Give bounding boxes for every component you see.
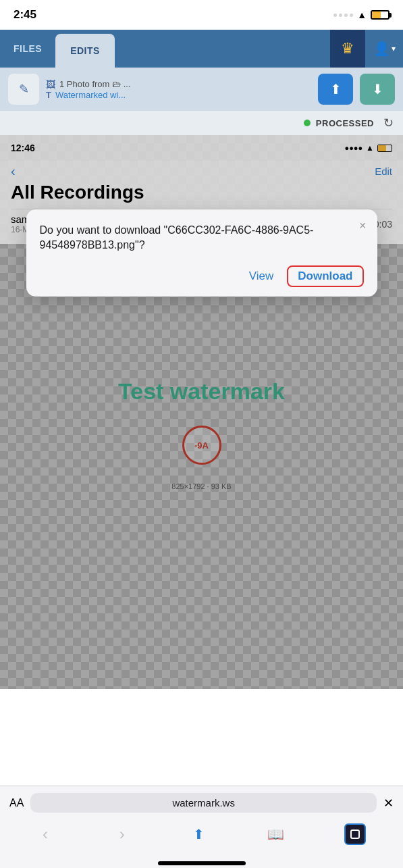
download-output-button[interactable]: ⬇	[360, 74, 395, 105]
battery-icon	[371, 10, 389, 20]
address-bar-row: AA watermark.ws ✕	[0, 786, 403, 819]
forward-navigation-button[interactable]: ›	[109, 822, 136, 846]
address-bar[interactable]: watermark.ws	[30, 793, 377, 813]
crown-button[interactable]: ♛	[330, 30, 365, 68]
status-icons: ▲	[333, 9, 389, 20]
download-output-icon: ⬇	[372, 81, 383, 97]
back-nav-icon: ‹	[43, 825, 48, 844]
share-button[interactable]: ⬆	[185, 822, 212, 846]
source-row: 🖼 1 Photo from 🗁 ...	[46, 79, 311, 90]
edit-button[interactable]: ✎	[8, 74, 39, 105]
profile-button[interactable]: 👤 ▾	[365, 30, 403, 68]
dialog-message: Do you want to download "C66CC302-FA6C-4…	[40, 223, 364, 253]
watermark-label: Watermarked wi...	[55, 90, 126, 100]
source-info: 🖼 1 Photo from 🗁 ... T Watermarked wi...	[46, 79, 311, 100]
share-icon: ⬆	[193, 826, 205, 842]
dialog-view-button[interactable]: View	[249, 270, 274, 283]
header-right: ♛ 👤 ▾	[330, 30, 403, 68]
app-header: FILES EDITS ♛ 👤 ▾	[0, 30, 403, 68]
refresh-button[interactable]: ↻	[383, 116, 394, 130]
safari-bottom-bar: AA watermark.ws ✕ ‹ › ⬆ 📖	[0, 786, 403, 868]
crown-icon: ♛	[341, 40, 354, 57]
bookmarks-button[interactable]: 📖	[262, 822, 289, 846]
toolbar: ✎ 🖼 1 Photo from 🗁 ... T Watermarked wi.…	[0, 68, 403, 111]
phone-content: 12:46 ●●●● ▲ ‹ Edit All Recordings sampl…	[0, 135, 403, 689]
processed-text: PROCESSED	[316, 118, 374, 128]
dialog-close-button[interactable]: ×	[359, 219, 367, 233]
tabs-icon	[344, 823, 366, 845]
output-button[interactable]: ⬆	[318, 74, 353, 105]
photo-icon: 🖼	[46, 79, 55, 90]
back-navigation-button[interactable]: ‹	[32, 822, 59, 846]
signal-icon	[333, 14, 353, 17]
profile-chevron: ▾	[392, 44, 396, 53]
output-icon: ⬆	[330, 81, 342, 97]
source-label: 1 Photo from 🗁 ...	[59, 79, 131, 89]
dialog-box: × Do you want to download "C66CC302-FA6C…	[26, 209, 377, 297]
safari-toolbar: ‹ › ⬆ 📖	[0, 819, 403, 857]
aa-button[interactable]: AA	[9, 797, 24, 809]
dialog-download-button[interactable]: Download	[287, 265, 363, 287]
books-icon: 📖	[267, 826, 284, 842]
tabs-button[interactable]	[339, 822, 371, 846]
tab-files[interactable]: FILES	[0, 30, 55, 68]
watermark-row: T Watermarked wi...	[46, 90, 311, 100]
wifi-icon: ▲	[357, 9, 367, 20]
tab-edits[interactable]: EDITS	[55, 34, 115, 68]
processed-dot	[304, 120, 311, 126]
home-indicator	[158, 861, 246, 865]
profile-icon: 👤	[373, 41, 390, 57]
dialog-overlay: × Do you want to download "C66CC302-FA6C…	[0, 135, 403, 689]
edit-icon: ✎	[19, 82, 29, 97]
forward-nav-icon: ›	[119, 825, 125, 844]
processed-bar: PROCESSED ↻	[0, 111, 403, 135]
text-icon: T	[46, 90, 51, 100]
close-tab-button[interactable]: ✕	[383, 796, 394, 811]
tabs-icon-inner	[350, 829, 360, 839]
status-time: 2:45	[14, 8, 36, 22]
status-bar: 2:45 ▲	[0, 0, 403, 30]
dialog-actions: View Download	[40, 265, 364, 287]
